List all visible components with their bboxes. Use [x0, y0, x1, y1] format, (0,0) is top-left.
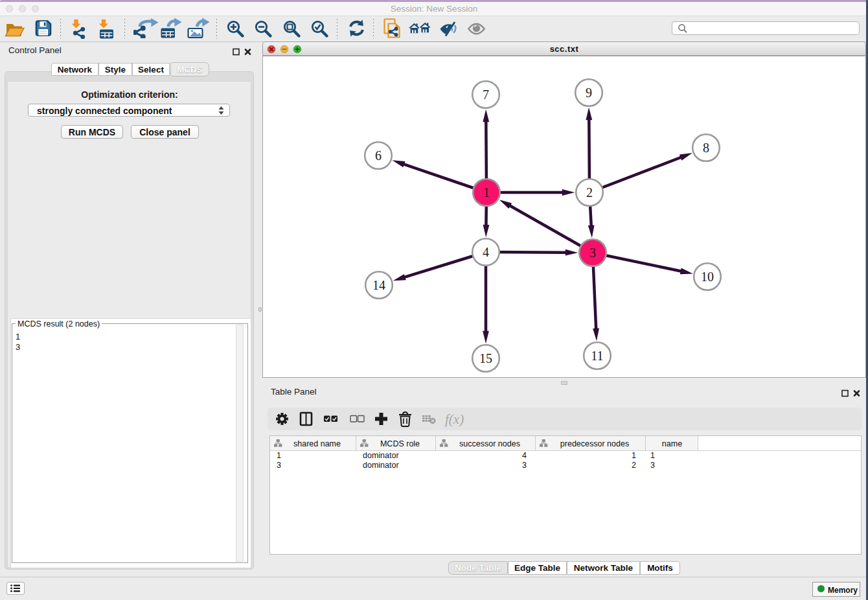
svg-text:MCDS role: MCDS role: [380, 439, 420, 448]
svg-text:6: 6: [375, 148, 382, 163]
svg-text:11: 11: [591, 349, 603, 363]
svg-text:7: 7: [483, 87, 489, 102]
svg-text:shared name: shared name: [293, 439, 341, 448]
svg-text:1: 1: [483, 185, 490, 200]
svg-text:8: 8: [703, 141, 709, 155]
svg-text:4: 4: [483, 245, 489, 259]
svg-text:9: 9: [586, 86, 592, 100]
svg-text:predecessor nodes: predecessor nodes: [560, 439, 629, 448]
svg-text:f(x): f(x): [445, 411, 464, 427]
svg-text:successor nodes: successor nodes: [459, 439, 520, 448]
svg-text:3: 3: [589, 246, 596, 260]
svg-text:2: 2: [586, 185, 593, 200]
svg-text:10: 10: [701, 270, 714, 284]
svg-text:name: name: [662, 439, 682, 448]
svg-text:15: 15: [479, 351, 492, 365]
svg-text:14: 14: [372, 278, 385, 292]
